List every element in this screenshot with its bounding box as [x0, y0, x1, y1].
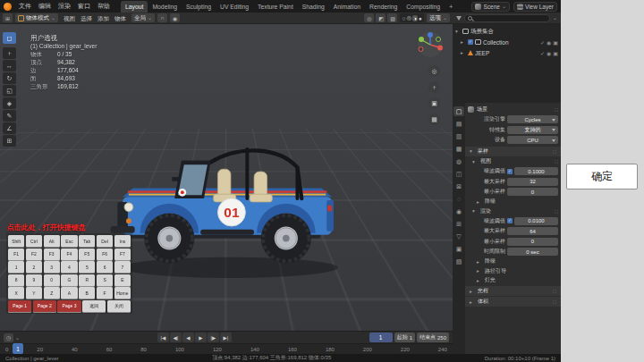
workspace-tab[interactable]: Animation [329, 1, 365, 13]
keyboard-key[interactable]: 2 [26, 261, 42, 273]
viewport-subpanel-header[interactable]: ▾ 视图 ∷ [468, 157, 558, 167]
options-dropdown[interactable]: 选项 ⌄ [427, 13, 450, 22]
selectable-icon[interactable]: ✓ [540, 39, 545, 46]
workspace-tab[interactable]: Texture Paint [253, 1, 298, 13]
world-tab-icon[interactable]: ◍ [453, 156, 464, 166]
outliner-row-scene-collection[interactable]: ▾ 场景集合 [453, 26, 561, 37]
viewport-menu-item[interactable]: 添加 [95, 13, 112, 24]
keyboard-key[interactable]: Del [97, 235, 113, 247]
keyboard-key[interactable]: 4 [61, 261, 77, 273]
min-samples-field[interactable]: 0 [507, 238, 558, 246]
selectable-icon[interactable]: ✓ [540, 50, 545, 56]
shading-sphere-icon[interactable]: ○ [402, 15, 405, 21]
modifiers-tab-icon[interactable]: ⊠ [453, 181, 464, 191]
collapse-icon[interactable]: ▾ [455, 29, 461, 34]
proportional-edit-icon[interactable]: ◉ [170, 13, 180, 22]
workspace-tab[interactable]: Layout [121, 1, 148, 13]
workspace-tab[interactable]: Compositing [402, 1, 445, 13]
viewport-denoise-panel[interactable]: ▸ 降噪 [468, 198, 558, 207]
viewport-menu-item[interactable]: 选择 [78, 13, 95, 24]
frame-end-field[interactable]: 结束点 250 [417, 333, 449, 342]
annotate-icon[interactable]: ✎ [3, 110, 16, 122]
keyboard-key[interactable]: A [61, 287, 77, 299]
navigation-gizmo[interactable] [417, 31, 444, 58]
workspace-tab[interactable]: Sculpting [182, 1, 216, 13]
workspace-tab[interactable]: Rendering [365, 1, 402, 13]
expand-icon[interactable]: ▸ [461, 50, 466, 55]
viewport-menu-item[interactable]: 物体 [112, 13, 129, 24]
render-visibility-icon[interactable]: ▣ [553, 50, 558, 56]
keyboard-key[interactable]: Y [26, 287, 42, 299]
output-tab-icon[interactable]: ▤ [453, 119, 464, 129]
topbar-menu-item[interactable]: 编辑 [35, 0, 55, 13]
noise-threshold-field[interactable]: 0.0100 [514, 217, 558, 225]
keyboard-key[interactable]: F3 [44, 248, 60, 260]
rotate-icon[interactable]: ↻ [3, 72, 16, 84]
collapsed-subpanel-row[interactable]: ▸ 灯光 [468, 276, 558, 286]
keyboard-extra-key[interactable]: 关闭 [107, 300, 131, 312]
keyboard-key[interactable]: B [79, 287, 95, 299]
noise-threshold-field[interactable]: 0.1000 [514, 167, 558, 175]
viewport-3d[interactable]: ◻＋↔↻◱◈✎∠⊞ 用户透视 (1) Collection | gear_lev… [0, 24, 453, 331]
noise-threshold-checkbox[interactable]: ✓ [507, 169, 513, 174]
particles-tab-icon[interactable]: ◌ [453, 194, 464, 204]
overlays-icon[interactable]: ◩ [376, 13, 386, 22]
blender-logo-icon[interactable] [4, 3, 12, 11]
keyboard-page-key[interactable]: Page 2 [33, 300, 56, 312]
keyboard-key[interactable]: E [114, 274, 131, 286]
keyboard-key[interactable]: F2 [26, 248, 42, 260]
mode-dropdown[interactable]: 物体模式 ⌄ [15, 13, 58, 22]
topbar-menu-item[interactable]: 渲染 [55, 0, 74, 13]
workspace-tab[interactable]: UV Editing [216, 1, 253, 13]
render-visibility-icon[interactable]: ▣ [553, 39, 558, 46]
keyboard-key[interactable]: Shift [8, 235, 24, 247]
keyboard-key[interactable]: Esc [61, 235, 77, 247]
xray-icon[interactable]: ▨ [387, 13, 397, 22]
texture-tab-icon[interactable]: ▧ [453, 257, 464, 266]
sampling-panel-header[interactable]: ▾ 采样 ∷ [465, 147, 561, 156]
view-layer-tab-icon[interactable]: ▥ [453, 131, 464, 141]
confirm-button[interactable]: 确定 [566, 164, 638, 189]
quick-keyboard-hint[interactable]: 点击此处，打开快捷键盘 [7, 223, 86, 232]
expand-icon[interactable]: ▸ [461, 39, 466, 45]
render-engine-select[interactable]: Cycles [507, 115, 558, 123]
show-gizmo-icon[interactable]: ◎ [364, 13, 374, 22]
keyboard-key[interactable]: Ctrl [26, 235, 42, 247]
snap-magnet-icon[interactable]: ∩ [157, 13, 167, 22]
keyboard-key[interactable]: F6 [97, 248, 113, 260]
keyboard-key[interactable]: 6 [97, 261, 113, 273]
min-samples-field[interactable]: 0 [507, 188, 558, 196]
keyboard-key[interactable]: F1 [8, 248, 24, 260]
collection-checkbox[interactable]: ✓ [468, 39, 473, 45]
topbar-menu-item[interactable]: 窗口 [74, 0, 94, 13]
keyboard-key[interactable]: 0 [44, 274, 60, 286]
keyboard-key[interactable]: 5 [79, 261, 95, 273]
playhead[interactable]: 1 [13, 343, 23, 354]
eye-icon[interactable]: ◉ [547, 39, 551, 46]
keyboard-key[interactable]: Alt [44, 235, 60, 247]
workspace-tab[interactable]: Shading [298, 1, 329, 13]
jump-start-icon[interactable]: |◀ [157, 333, 169, 342]
jump-end-icon[interactable]: ▶| [220, 333, 232, 342]
cursor-icon[interactable]: ＋ [3, 47, 16, 59]
shading-sphere-icon[interactable]: ◎ [406, 14, 411, 21]
keyboard-key[interactable]: F7 [114, 248, 131, 260]
keyboard-key[interactable]: 3 [44, 261, 60, 273]
editor-type-button[interactable]: ⊞ [3, 13, 13, 22]
device-select[interactable]: CPU [507, 136, 558, 144]
shading-sphere-icon[interactable]: ● [419, 15, 422, 21]
keyboard-key[interactable]: G [61, 274, 77, 286]
transform-icon[interactable]: ◈ [3, 97, 16, 109]
jeep-model[interactable]: 01 [100, 122, 360, 295]
select-box-icon[interactable]: ◻ [3, 32, 16, 44]
topbar-menu-item[interactable]: 帮助 [94, 0, 114, 13]
keyboard-key[interactable]: S [97, 274, 113, 286]
filter-funnel-icon[interactable] [456, 16, 462, 21]
keyboard-key[interactable]: 1 [8, 261, 24, 273]
collapsed-section-row[interactable]: ▸ 体积 ∷ [465, 297, 561, 307]
collapsed-section-row[interactable]: ▸ 光程 ∷ [465, 286, 561, 296]
workspace-tab[interactable]: + [445, 1, 457, 13]
keyboard-extra-key[interactable]: 返回 [82, 300, 106, 312]
outliner-row-collection[interactable]: ▸ ✓ Collection ✓ ◉ ▣ [453, 37, 561, 47]
workspace-tab[interactable]: Modeling [148, 1, 182, 13]
